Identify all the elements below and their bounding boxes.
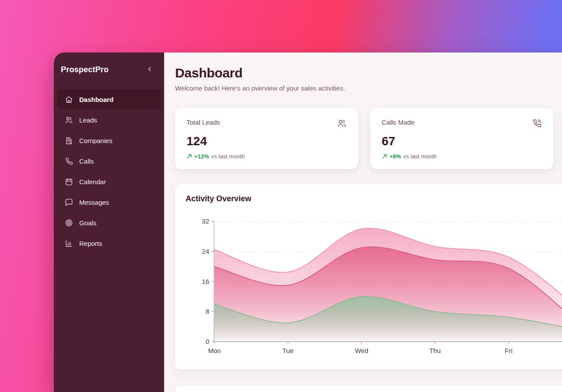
- sidebar-item-label: Goals: [79, 219, 96, 227]
- users-icon: [64, 116, 73, 124]
- stat-trend-note: vs last month: [211, 153, 245, 160]
- stat-card-total-leads: Total Leads124+12%vs last month: [175, 108, 358, 169]
- sidebar-item-label: Messages: [79, 199, 109, 206]
- x-tick-label: Mon: [208, 347, 221, 354]
- phone-call-icon: [532, 119, 542, 130]
- x-tick-label: Tue: [282, 347, 293, 354]
- chart-title: Activity Overview: [186, 194, 562, 203]
- page-title: Dashboard: [175, 66, 562, 80]
- stat-label: Total Leads: [186, 119, 220, 126]
- phone-icon: [64, 157, 73, 165]
- sidebar-collapse-button[interactable]: [144, 64, 155, 75]
- sidebar-item-dashboard[interactable]: Dashboard: [57, 89, 161, 109]
- bar-chart-icon: [64, 239, 73, 248]
- sidebar: ProspectPro DashboardLeadsCompaniesCalls…: [54, 52, 164, 392]
- sidebar-item-label: Companies: [79, 137, 112, 144]
- x-tick-label: Thu: [429, 347, 441, 354]
- sidebar-item-label: Dashboard: [79, 96, 113, 103]
- stat-label: Calls Made: [382, 119, 414, 126]
- building-icon: [64, 136, 73, 145]
- chevron-left-icon: [146, 66, 153, 74]
- home-icon: [64, 95, 73, 104]
- page-background: ProspectPro DashboardLeadsCompaniesCalls…: [0, 0, 562, 392]
- x-tick-label: Fri: [505, 347, 513, 354]
- sidebar-item-leads[interactable]: Leads: [57, 110, 161, 130]
- x-tick-label: Wed: [355, 347, 369, 354]
- sidebar-item-label: Leads: [79, 116, 97, 124]
- y-tick-label: 32: [202, 217, 209, 225]
- users-icon: [337, 119, 347, 130]
- activity-overview-card: Activity Overview 08162432MonTueWedThuFr…: [175, 184, 562, 370]
- sidebar-item-calls[interactable]: Calls: [57, 151, 161, 171]
- sidebar-header: ProspectPro: [57, 62, 161, 77]
- y-tick-label: 16: [202, 278, 209, 285]
- activity-chart: 08162432MonTueWedThuFriSat: [186, 205, 562, 359]
- y-tick-label: 8: [206, 308, 209, 315]
- sidebar-item-calendar[interactable]: Calendar: [57, 172, 161, 192]
- trend-up-icon: [186, 154, 192, 159]
- stat-trend-note: vs last month: [403, 153, 437, 160]
- stat-trend-percent: +8%: [390, 153, 401, 160]
- y-tick-label: 0: [206, 338, 209, 345]
- y-tick-label: 24: [202, 248, 209, 255]
- sidebar-item-companies[interactable]: Companies: [57, 130, 161, 150]
- sidebar-item-label: Calendar: [79, 178, 106, 186]
- sidebar-item-reports[interactable]: Reports: [57, 233, 161, 253]
- stat-card-calls-made: Calls Made67+8%vs last month: [370, 108, 553, 169]
- sidebar-item-label: Calls: [79, 158, 94, 165]
- stat-value: 67: [382, 134, 542, 148]
- app-title: ProspectPro: [61, 65, 109, 74]
- page-subtitle: Welcome back! Here's an overview of your…: [175, 84, 562, 92]
- sidebar-nav: DashboardLeadsCompaniesCallsCalendarMess…: [57, 89, 161, 253]
- calendar-icon: [64, 177, 73, 186]
- sidebar-item-label: Reports: [79, 240, 102, 247]
- app-window: ProspectPro DashboardLeadsCompaniesCalls…: [54, 52, 562, 392]
- sidebar-item-goals[interactable]: Goals: [57, 213, 161, 233]
- message-icon: [64, 198, 73, 206]
- main-content: Dashboard Welcome back! Here's an overvi…: [164, 52, 562, 392]
- stat-trend-percent: +12%: [194, 153, 209, 160]
- stats-row: Total Leads124+12%vs last monthCalls Mad…: [175, 108, 562, 169]
- area-chart-svg: 08162432MonTueWedThuFriSat: [186, 205, 562, 359]
- stat-value: 124: [186, 134, 347, 148]
- partial-bottom-card: [175, 386, 562, 392]
- trend-up-icon: [382, 154, 387, 159]
- sidebar-item-messages[interactable]: Messages: [57, 192, 161, 212]
- target-icon: [64, 218, 73, 227]
